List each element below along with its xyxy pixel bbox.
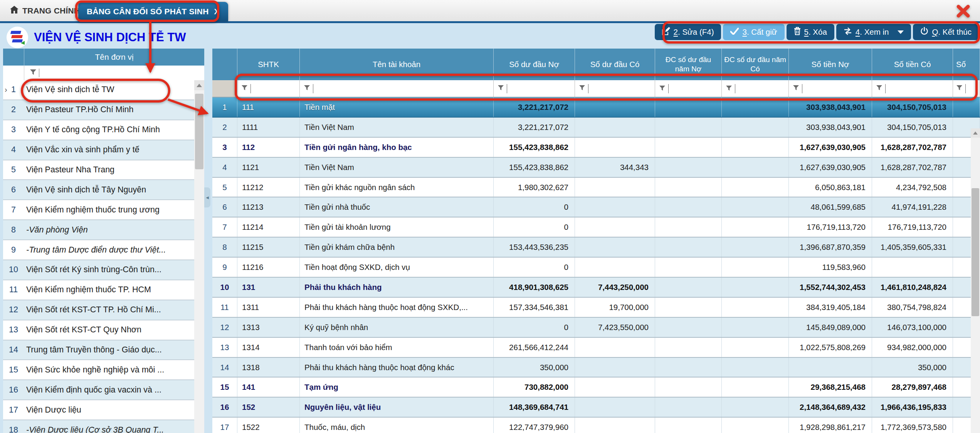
filter-funnel-icon[interactable]	[793, 85, 799, 92]
unit-row-name[interactable]: Viện Vắc xin và sinh phẩm y tế	[24, 145, 140, 155]
cell-stc[interactable]: 304,150,705,013	[872, 98, 953, 117]
cell-name[interactable]: Tạm ứng	[300, 377, 494, 397]
print-preview-button[interactable]: 4. Xem in	[836, 24, 911, 40]
unit-row-name[interactable]: -Trung tâm Dược điển dược thư Việt...	[24, 245, 166, 255]
cell-stn[interactable]: 29,368,215,468	[789, 377, 872, 397]
cell-sddn[interactable]: 418,901,308,625	[494, 278, 575, 297]
cell-sddn[interactable]: 0	[494, 258, 575, 277]
scrollbar-thumb[interactable]	[195, 94, 203, 169]
cell-stn[interactable]: 119,583,960	[789, 258, 872, 277]
cell-dcc[interactable]	[722, 377, 789, 397]
cell-shtk[interactable]: 1318	[237, 358, 300, 377]
cell-sddc[interactable]: 7,443,250,000	[575, 278, 655, 297]
unit-row-name[interactable]: Viện Sốt rét KST-CT Quy Nhơn	[24, 325, 141, 335]
cell-dcn[interactable]	[655, 398, 722, 417]
unit-row-name[interactable]: Viện Y tế công cộng TP.Hồ Chí Minh	[24, 125, 160, 135]
filter-funnel-icon[interactable]	[876, 85, 883, 92]
cell-sddn[interactable]: 155,423,838,862	[494, 138, 575, 157]
cell-dcn[interactable]	[655, 197, 722, 217]
table-row[interactable]: 131314Thanh toán với bảo hiểm261,566,412…	[212, 338, 980, 358]
cell-num[interactable]: 6	[212, 197, 237, 217]
cell-dcn[interactable]	[655, 178, 722, 197]
filter-cell-num[interactable]	[212, 80, 237, 97]
cell-stc[interactable]: 350,000	[872, 358, 953, 377]
cell-shtk[interactable]: 1311	[237, 298, 300, 317]
cell-name[interactable]: Tiền gửi ngân hàng, kho bạc	[300, 138, 494, 157]
filter-cell-shtk[interactable]	[237, 80, 300, 97]
cell-dcn[interactable]	[655, 358, 722, 377]
cell-shtk[interactable]: 1314	[237, 338, 300, 357]
cell-stc[interactable]: 146,073,100,000	[872, 318, 953, 337]
cell-shtk[interactable]: 1111	[237, 118, 300, 137]
cell-dcn[interactable]	[655, 138, 722, 157]
cell-sddn[interactable]: 350,000	[494, 358, 575, 377]
cell-sddn[interactable]: 261,566,412,244	[494, 338, 575, 357]
tab-close-icon[interactable]: X	[214, 7, 220, 16]
table-row[interactable]: 511212Tiền gửi khác nguồn ngân sách1,980…	[212, 178, 980, 198]
cell-shtk[interactable]: 131	[237, 278, 300, 297]
cell-stn[interactable]: 176,719,113,720	[789, 217, 872, 237]
cell-sddn[interactable]: 0	[494, 217, 575, 237]
cell-stc[interactable]: 380,754,798,824	[872, 298, 953, 317]
filter-funnel-icon[interactable]	[498, 85, 504, 92]
cell-dcn[interactable]	[655, 377, 722, 397]
cell-stc[interactable]: 4,234,792,508	[872, 178, 953, 197]
cell-sddc[interactable]: 344,343	[575, 158, 655, 177]
unit-row-name[interactable]: Viện Vệ sinh dịch tễ TW	[24, 85, 114, 94]
collapse-handle-icon[interactable]: ◂	[204, 187, 210, 207]
unit-row[interactable]: 15Viện Sức khỏe nghề nghiệp và môi ...	[3, 360, 194, 380]
cell-num[interactable]: 2	[212, 118, 237, 137]
cell-shtk[interactable]: 1313	[237, 318, 300, 337]
tab-home[interactable]: TRANG CHÍNH	[5, 0, 85, 21]
table-row[interactable]: 911216Tiền hoạt động SXKD, dịch vụ0119,5…	[212, 258, 980, 278]
cell-dcn[interactable]	[655, 278, 722, 297]
cell-stc[interactable]: 1,628,287,702,787	[872, 158, 953, 177]
cell-num[interactable]: 11	[212, 298, 237, 317]
cell-dcn[interactable]	[655, 238, 722, 257]
cell-sddc[interactable]	[575, 377, 655, 397]
cell-stn[interactable]: 145,849,089,000	[789, 318, 872, 337]
cell-dcc[interactable]	[722, 398, 789, 417]
cell-name[interactable]: Tiền gửi tài khoản lương	[300, 217, 494, 237]
cell-dcc[interactable]	[722, 238, 789, 257]
unit-row[interactable]: 2Viện Pasteur TP.Hồ Chí Minh	[3, 100, 194, 120]
edit-button[interactable]: 2. Sửa (F4)	[655, 24, 721, 40]
cell-name[interactable]: Phải thu khách hàng thuộc hoạt động SXKD…	[300, 298, 494, 317]
filter-cell-sddn[interactable]	[494, 80, 575, 97]
unit-row[interactable]: 14Trung tâm Truyền thông - Giáo dục...	[3, 340, 194, 361]
cell-stn[interactable]: 6,050,863,181	[789, 178, 872, 197]
cell-name[interactable]: Tiền gửi khám chữa bệnh	[300, 238, 494, 257]
cell-dcn[interactable]	[655, 338, 722, 357]
cell-sddn[interactable]: 0	[494, 197, 575, 217]
cell-sddc[interactable]	[575, 138, 655, 157]
table-row[interactable]: 121313Ký quỹ bệnh nhân07,423,550,000145,…	[212, 318, 980, 338]
cell-num[interactable]: 4	[212, 158, 237, 177]
cell-name[interactable]: Thuốc, máu, dịch	[300, 418, 494, 433]
cell-sddn[interactable]: 153,443,536,235	[494, 238, 575, 257]
cell-dcc[interactable]	[722, 358, 789, 377]
cell-stc[interactable]: 1,628,287,702,787	[872, 138, 953, 157]
unit-row[interactable]: 17Viện Dược liệu	[3, 400, 194, 420]
table-row[interactable]: 21111Tiền Việt Nam3,221,217,072303,938,0…	[212, 118, 980, 138]
cell-shtk[interactable]: 11213	[237, 197, 300, 217]
cell-stn[interactable]: 303,938,043,901	[789, 118, 872, 137]
unit-row[interactable]: ›1Viện Vệ sinh dịch tễ TW	[3, 80, 194, 100]
cell-name[interactable]: Phải thu khách hàng thuộc hoạt động khác	[300, 358, 494, 377]
cell-num[interactable]: 12	[212, 318, 237, 337]
cell-name[interactable]: Tiền gửi nhà thuốc	[300, 197, 494, 217]
cell-dcn[interactable]	[655, 98, 722, 117]
cell-stn[interactable]: 2,148,364,689,432	[789, 398, 872, 417]
cell-stc[interactable]: 304,150,705,013	[872, 118, 953, 137]
cell-name[interactable]: Nguyên liệu, vật liệu	[300, 398, 494, 417]
cell-shtk[interactable]: 1522	[237, 418, 300, 433]
filter-funnel-icon[interactable]	[659, 84, 666, 93]
unit-row[interactable]: 3Viện Y tế công cộng TP.Hồ Chí Minh	[3, 120, 194, 140]
cell-sddn[interactable]: 157,334,546,381	[494, 298, 575, 317]
cell-shtk[interactable]: 111	[237, 98, 300, 117]
cell-num[interactable]: 3	[212, 138, 237, 157]
cell-name[interactable]: Tiền Việt Nam	[300, 158, 494, 177]
unit-row-name[interactable]: -Văn phòng Viện	[24, 225, 88, 235]
cell-stc[interactable]: 934,982,000,000	[872, 338, 953, 357]
cell-sddn[interactable]: 1,980,302,627	[494, 178, 575, 197]
cell-stn[interactable]	[789, 358, 872, 377]
